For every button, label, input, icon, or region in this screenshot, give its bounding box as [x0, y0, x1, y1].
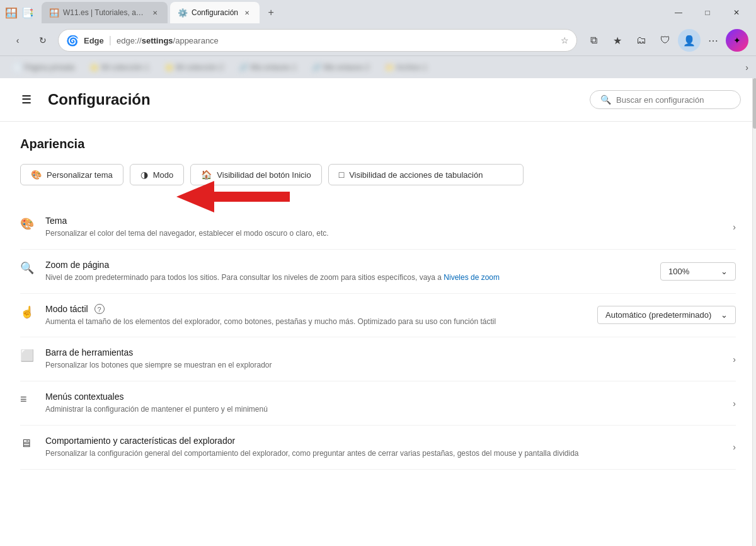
zoom-dropdown[interactable]: 100% ⌄ — [660, 262, 736, 281]
search-box[interactable]: 🔍 — [590, 90, 741, 109]
copilot-button[interactable]: ✦ — [726, 29, 748, 52]
settings-content: Apariencia 🎨 Personalizar tema ◑ Modo 🏠 … — [0, 122, 756, 546]
menus-item[interactable]: ≡ Menús contextuales Administrar la conf… — [20, 381, 736, 426]
tab-close-2[interactable]: ✕ — [242, 8, 252, 18]
url-suffix: /appearance — [173, 36, 219, 45]
barra-icon: ⬜ — [20, 347, 45, 363]
url-bar[interactable]: 🌀 Edge | edge://settings/appearance ☆ — [58, 29, 577, 52]
menu-toggle-button[interactable]: ☰ — [15, 88, 38, 111]
visibilidad-tab-button[interactable]: □ Visibilidad de acciones de tabulación — [328, 164, 524, 185]
url-prefix: edge:// — [117, 36, 142, 45]
tactil-dropdown-value: Automático (predeterminado) — [605, 310, 711, 320]
tactil-content: Modo táctil ? Aumenta el tamaño de los e… — [45, 304, 597, 327]
zoom-content: Zoom de página Nivel de zoom predetermin… — [45, 260, 660, 283]
address-bar: ‹ ↻ 🌀 Edge | edge://settings/appearance … — [0, 25, 756, 55]
zoom-desc-text: Nivel de zoom predeterminado para todos … — [45, 273, 444, 282]
minimize-button[interactable]: — — [664, 2, 693, 23]
url-brand: Edge — [84, 36, 104, 45]
barra-content: Barra de herramientas Personalizar los b… — [45, 347, 733, 371]
personalizar-label: Personalizar tema — [47, 170, 113, 180]
zoom-dropdown-arrow: ⌄ — [721, 267, 728, 276]
tab-label-1: W11.es | Tutoriales, aplicaciones y... — [63, 8, 146, 17]
zoom-item[interactable]: 🔍 Zoom de página Nivel de zoom predeterm… — [20, 250, 736, 294]
barra-item[interactable]: ⬜ Barra de herramientas Personalizar los… — [20, 337, 736, 381]
scrollbar[interactable] — [752, 78, 756, 546]
modo-button[interactable]: ◑ Modo — [130, 164, 185, 185]
menus-title: Menús contextuales — [45, 392, 733, 402]
collections-button[interactable]: 🗂 — [630, 29, 653, 52]
bookmarks-more[interactable]: › — [745, 62, 748, 73]
comportamiento-arrow: › — [733, 442, 736, 452]
new-tab-button[interactable]: + — [262, 4, 280, 21]
tema-desc: Personalizar el color del tema del naveg… — [45, 228, 733, 239]
refresh-button[interactable]: ↻ — [33, 30, 53, 50]
tema-content: Tema Personalizar el color del tema del … — [45, 216, 733, 239]
favorite-icon[interactable]: ☆ — [561, 35, 569, 45]
zoom-dropdown-value: 100% — [668, 267, 689, 276]
tab-inactive[interactable]: 🪟 W11.es | Tutoriales, aplicaciones y...… — [42, 2, 168, 23]
personalizar-tema-button[interactable]: 🎨 Personalizar tema — [20, 164, 123, 185]
tactil-item[interactable]: ☝ Modo táctil ? Aumenta el tamaño de los… — [20, 294, 736, 338]
visibilidad-inicio-button[interactable]: 🏠 Visibilidad del botón Inicio — [190, 164, 321, 185]
tactil-desc: Aumenta el tamaño de los elementos del e… — [45, 317, 597, 327]
hamburger-icon: ☰ — [21, 93, 32, 107]
browser-essentials-button[interactable]: 🛡 — [654, 29, 677, 52]
bookmark-6[interactable]: 📁 Archivo 1 — [380, 62, 433, 73]
settings-page: ☰ Configuración 🔍 Apariencia 🎨 Personali… — [0, 78, 756, 546]
tactil-dropdown-arrow: ⌄ — [721, 310, 728, 320]
tactil-dropdown[interactable]: Automático (predeterminado) ⌄ — [597, 306, 736, 324]
split-screen-button[interactable]: ⧉ — [582, 29, 605, 52]
bookmark-4[interactable]: 🔗 Mis enlaces 1 — [234, 62, 302, 73]
barra-desc: Personalizar los botones que siempre se … — [45, 360, 733, 371]
settings-list: 🎨 Tema Personalizar el color del tema de… — [20, 206, 736, 470]
tema-arrow: › — [733, 222, 736, 232]
tactil-control: Automático (predeterminado) ⌄ — [597, 306, 736, 324]
zoom-title: Zoom de página — [45, 260, 660, 270]
zoom-link[interactable]: Niveles de zoom — [444, 273, 500, 282]
zoom-control: 100% ⌄ — [660, 262, 736, 281]
tactil-title: Modo táctil ? — [45, 304, 597, 314]
window-controls: — □ ✕ — [664, 2, 751, 23]
tema-item[interactable]: 🎨 Tema Personalizar el color del tema de… — [20, 206, 736, 250]
zoom-icon: 🔍 — [20, 260, 45, 275]
profile-button[interactable]: 👤 — [678, 29, 701, 52]
maximize-button[interactable]: □ — [693, 2, 722, 23]
visibilidad-tab-icon: □ — [339, 170, 344, 180]
search-icon: 🔍 — [600, 95, 611, 105]
bookmark-3[interactable]: ⭐ Mi colección 2 — [159, 62, 229, 73]
tema-icon: 🎨 — [20, 216, 45, 231]
quick-actions: 🎨 Personalizar tema ◑ Modo 🏠 Visibilidad… — [20, 164, 736, 185]
tactil-info-icon[interactable]: ? — [94, 304, 105, 314]
tab-active[interactable]: ⚙️ Configuración ✕ — [170, 2, 260, 23]
more-button[interactable]: ⋯ — [702, 29, 724, 52]
bookmark-5[interactable]: 🔗 Mis enlaces 2 — [307, 62, 375, 73]
tab-icon-2: 📑 — [21, 7, 34, 19]
back-button[interactable]: ‹ — [8, 30, 28, 50]
tab-icon-1: 🪟 — [5, 7, 18, 19]
tab-favicon-2: ⚙️ — [178, 8, 188, 18]
visibilidad-tab-label: Visibilidad de acciones de tabulación — [349, 170, 483, 180]
url-settings: settings — [142, 36, 173, 45]
bookmark-1[interactable]: 📄 Página privada — [8, 62, 79, 73]
modo-label: Modo — [153, 170, 174, 180]
close-button[interactable]: ✕ — [722, 2, 751, 23]
section-title: Apariencia — [20, 137, 736, 151]
menus-content: Menús contextuales Administrar la config… — [45, 392, 733, 415]
search-input[interactable] — [616, 95, 730, 105]
favorites-button[interactable]: ★ — [606, 29, 629, 52]
comportamiento-item[interactable]: 🖥 Comportamiento y características del e… — [20, 426, 736, 470]
barra-title: Barra de herramientas — [45, 347, 733, 357]
menus-arrow: › — [733, 398, 736, 409]
menus-icon: ≡ — [20, 392, 45, 406]
visibilidad-inicio-label: Visibilidad del botón Inicio — [217, 170, 311, 180]
scrollbar-thumb[interactable] — [753, 78, 756, 129]
tab-label-2: Configuración — [192, 8, 238, 17]
url-path: edge://settings/appearance — [117, 36, 219, 45]
menus-desc: Administrar la configuración de mantener… — [45, 404, 733, 415]
comportamiento-title: Comportamiento y características del exp… — [45, 436, 733, 446]
bookmarks-bar: 📄 Página privada ⭐ Mi colección 1 ⭐ Mi c… — [0, 55, 756, 78]
toolbar-icons: ⧉ ★ 🗂 🛡 👤 ⋯ ✦ — [582, 29, 748, 52]
bookmark-2[interactable]: ⭐ Mi colección 1 — [84, 62, 154, 73]
tab-close-1[interactable]: ✕ — [150, 8, 160, 18]
comportamiento-content: Comportamiento y características del exp… — [45, 436, 733, 459]
